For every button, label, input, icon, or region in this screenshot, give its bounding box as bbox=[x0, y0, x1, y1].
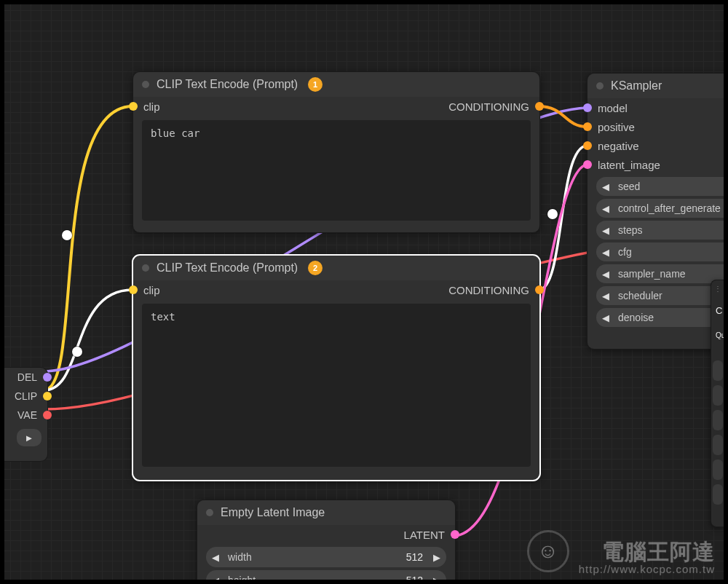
input-negative[interactable]: negative bbox=[587, 136, 724, 155]
node-header[interactable]: CLIP Text Encode (Prompt) 2 bbox=[133, 256, 539, 280]
output-conditioning-label: CONDITIONING bbox=[448, 100, 529, 113]
widget-label: scheduler bbox=[614, 290, 724, 301]
port-icon[interactable] bbox=[43, 411, 52, 419]
input-clip-label: clip bbox=[143, 100, 160, 113]
port-icon[interactable] bbox=[583, 103, 592, 112]
node-clip-text-encode-1[interactable]: CLIP Text Encode (Prompt) 1 clip CONDITI… bbox=[132, 71, 540, 233]
toolbar-slot[interactable] bbox=[713, 435, 723, 455]
toolbar-slot[interactable] bbox=[713, 360, 723, 381]
output-vae-label: VAE bbox=[17, 409, 37, 421]
input-latent-image[interactable]: latent_image bbox=[587, 155, 724, 174]
input-model[interactable]: model bbox=[587, 98, 724, 117]
output-vae[interactable]: VAE bbox=[4, 406, 47, 425]
node-header[interactable]: Empty Latent Image bbox=[197, 500, 455, 525]
widget-control-after-generate[interactable]: ◀ control_after_generate bbox=[596, 199, 724, 218]
output-conditioning-label: CONDITIONING bbox=[448, 284, 529, 296]
prompt-textarea[interactable]: blue car bbox=[142, 120, 531, 221]
widget-label: sampler_name bbox=[614, 268, 724, 280]
node-clip-text-encode-2[interactable]: CLIP Text Encode (Prompt) 2 clip CONDITI… bbox=[132, 255, 540, 481]
mascot-icon: ☺ bbox=[527, 530, 569, 572]
node-ksampler[interactable]: KSampler model positive negative latent_… bbox=[587, 73, 724, 350]
output-clip[interactable]: CLIP bbox=[4, 387, 47, 406]
chevron-left-icon[interactable]: ◀ bbox=[598, 247, 614, 258]
chevron-left-icon[interactable]: ◀ bbox=[207, 575, 223, 580]
canvas[interactable]: DEL CLIP VAE ► CLIP Text Encode (Prompt)… bbox=[4, 4, 724, 580]
input-clip[interactable]: clip bbox=[143, 284, 160, 296]
widget-denoise[interactable]: ◀ denoise bbox=[596, 308, 724, 327]
node-title: Empty Latent Image bbox=[221, 506, 325, 519]
input-label: negative bbox=[598, 140, 639, 152]
prompt-textarea[interactable]: text bbox=[142, 304, 531, 467]
input-clip-label: clip bbox=[143, 284, 160, 296]
drag-grip-icon[interactable]: ⋮⋮ bbox=[714, 285, 724, 293]
port-icon[interactable] bbox=[583, 160, 592, 169]
output-latent-label: LATENT bbox=[404, 529, 445, 541]
input-label: positive bbox=[598, 121, 635, 133]
chevron-left-icon[interactable]: ◀ bbox=[598, 225, 614, 236]
widget-label: cfg bbox=[614, 246, 724, 258]
toolbar-slot[interactable] bbox=[713, 459, 723, 480]
toolbar-letter[interactable]: C bbox=[716, 305, 722, 316]
port-icon[interactable] bbox=[43, 373, 52, 382]
port-icon[interactable] bbox=[129, 102, 138, 111]
widget-width[interactable]: ◀ width 512 ▶ bbox=[206, 547, 446, 567]
loader-node-stub[interactable]: DEL CLIP VAE ► bbox=[4, 367, 48, 462]
widget-steps[interactable]: ◀ steps bbox=[596, 221, 724, 240]
widget-value: 512 bbox=[400, 551, 429, 563]
input-label: model bbox=[598, 102, 628, 114]
collapse-dot-icon[interactable] bbox=[142, 81, 149, 88]
port-icon[interactable] bbox=[451, 530, 459, 539]
widget-label: seed bbox=[614, 181, 724, 192]
widget-label: control_after_generate bbox=[614, 202, 724, 214]
input-label: latent_image bbox=[598, 159, 660, 171]
chevron-right-icon[interactable]: ▶ bbox=[429, 552, 445, 563]
widget-cfg[interactable]: ◀ cfg bbox=[596, 242, 724, 261]
port-icon[interactable] bbox=[583, 122, 592, 131]
output-model-label: DEL bbox=[17, 371, 37, 383]
toolbar-slot[interactable] bbox=[713, 484, 723, 505]
port-icon[interactable] bbox=[129, 285, 138, 294]
collapse-button[interactable]: ► bbox=[17, 429, 41, 446]
collapse-dot-icon[interactable] bbox=[596, 82, 604, 90]
toolbar-slot[interactable] bbox=[713, 410, 723, 430]
input-positive[interactable]: positive bbox=[587, 117, 724, 136]
collapse-dot-icon[interactable] bbox=[206, 509, 213, 516]
widget-scheduler[interactable]: ◀ scheduler bbox=[596, 286, 724, 305]
chevron-left-icon[interactable]: ◀ bbox=[598, 203, 614, 214]
chevron-left-icon[interactable]: ◀ bbox=[598, 312, 614, 323]
output-conditioning[interactable]: CONDITIONING bbox=[448, 284, 529, 296]
output-latent[interactable]: LATENT bbox=[404, 529, 445, 541]
chevron-left-icon[interactable]: ◀ bbox=[598, 181, 614, 192]
io-row: LATENT bbox=[197, 525, 455, 544]
toolbar-slot[interactable] bbox=[713, 385, 723, 406]
output-conditioning[interactable]: CONDITIONING bbox=[448, 100, 529, 113]
node-order-badge: 2 bbox=[308, 261, 323, 275]
input-clip[interactable]: clip bbox=[143, 100, 160, 113]
widget-label: height bbox=[223, 575, 400, 580]
node-order-badge: 1 bbox=[308, 77, 323, 92]
chevron-left-icon[interactable]: ◀ bbox=[598, 291, 614, 301]
chevron-left-icon[interactable]: ◀ bbox=[598, 269, 614, 280]
node-header[interactable]: CLIP Text Encode (Prompt) 1 bbox=[133, 72, 539, 97]
floating-toolbar[interactable]: ⋮⋮ C Qu bbox=[711, 280, 724, 527]
chevron-left-icon[interactable]: ◀ bbox=[207, 552, 223, 563]
port-icon[interactable] bbox=[535, 285, 544, 294]
collapse-dot-icon[interactable] bbox=[142, 264, 149, 272]
toolbar-letter[interactable]: Qu bbox=[716, 331, 724, 339]
port-icon[interactable] bbox=[43, 392, 52, 400]
widget-sampler-name[interactable]: ◀ sampler_name bbox=[596, 264, 724, 283]
node-title: KSampler bbox=[611, 79, 662, 92]
watermark: ☺ 電腦王阿達 http://www.kocpc.com.tw bbox=[579, 540, 715, 576]
widget-label: denoise bbox=[614, 312, 724, 323]
port-icon[interactable] bbox=[535, 102, 544, 111]
widget-value: 512 bbox=[400, 575, 429, 580]
chevron-right-icon[interactable]: ▶ bbox=[429, 575, 445, 580]
node-header[interactable]: KSampler bbox=[587, 74, 724, 98]
port-icon[interactable] bbox=[583, 141, 592, 150]
node-empty-latent-image[interactable]: Empty Latent Image LATENT ◀ width 512 ▶ … bbox=[197, 500, 456, 580]
widget-seed[interactable]: ◀ seed bbox=[596, 177, 724, 196]
output-model[interactable]: DEL bbox=[4, 368, 47, 387]
node-title: CLIP Text Encode (Prompt) bbox=[157, 261, 298, 275]
watermark-text: 電腦王阿達 bbox=[602, 540, 715, 564]
widget-height[interactable]: ◀ height 512 ▶ bbox=[206, 570, 446, 580]
